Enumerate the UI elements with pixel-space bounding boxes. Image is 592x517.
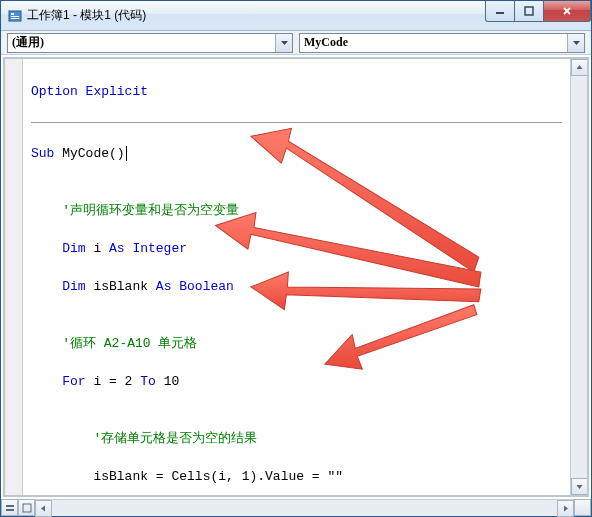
bottom-bar <box>1 499 591 516</box>
object-dropdown-text: (通用) <box>8 34 48 51</box>
margin-strip <box>5 59 23 495</box>
scroll-left-button[interactable] <box>35 500 52 517</box>
chevron-down-icon <box>275 34 292 52</box>
chevron-down-icon <box>567 34 584 52</box>
view-buttons <box>1 499 35 516</box>
svg-rect-7 <box>6 509 14 511</box>
vba-editor-window: 工作簿1 - 模块1 (代码) (通用) MyCode Option Expli… <box>0 0 592 517</box>
code-editor[interactable]: Option Explicit Sub MyCode() '声明循环变量和是否为… <box>23 59 570 495</box>
horizontal-scrollbar[interactable] <box>35 499 574 516</box>
svg-rect-3 <box>11 18 19 19</box>
code-text: MyCode() <box>54 146 124 161</box>
window-controls <box>486 1 591 22</box>
app-icon <box>7 8 23 24</box>
code-text: isBlank <box>86 279 156 294</box>
full-module-view-button[interactable] <box>18 499 35 516</box>
maximize-button[interactable] <box>514 1 544 22</box>
procedure-dropdown[interactable]: MyCode <box>299 33 585 53</box>
code-text: Option Explicit <box>31 84 148 99</box>
window-title: 工作簿1 - 模块1 (代码) <box>27 7 486 24</box>
code-text: As Integer <box>109 241 187 256</box>
close-button[interactable] <box>543 1 591 22</box>
procedure-dropdown-text: MyCode <box>300 35 352 50</box>
vertical-scrollbar[interactable] <box>570 59 587 495</box>
procedure-view-button[interactable] <box>1 499 18 516</box>
code-text: Sub <box>31 146 54 161</box>
titlebar[interactable]: 工作簿1 - 模块1 (代码) <box>1 1 591 31</box>
scroll-track[interactable] <box>571 76 587 478</box>
code-text: i = 2 <box>86 374 141 389</box>
code-text: For <box>31 374 86 389</box>
code-text: To <box>140 374 156 389</box>
scrollbar-corner <box>574 499 591 516</box>
dropdown-row: (通用) MyCode <box>1 31 591 55</box>
code-text: Dim <box>31 279 86 294</box>
svg-rect-1 <box>11 13 14 15</box>
svg-rect-2 <box>11 16 19 17</box>
code-text: 10 <box>156 374 179 389</box>
code-comment: '声明循环变量和是否为空变量 <box>31 201 562 220</box>
text-cursor <box>126 146 127 161</box>
scroll-right-button[interactable] <box>557 500 574 517</box>
code-text: i <box>86 241 109 256</box>
object-dropdown[interactable]: (通用) <box>7 33 293 53</box>
code-text: As Boolean <box>156 279 234 294</box>
code-comment: '存储单元格是否为空的结果 <box>31 429 562 448</box>
scroll-track[interactable] <box>52 500 557 516</box>
scroll-down-button[interactable] <box>571 478 588 495</box>
separator-line <box>31 122 562 123</box>
minimize-button[interactable] <box>485 1 515 22</box>
scroll-up-button[interactable] <box>571 59 588 76</box>
svg-rect-4 <box>496 12 504 14</box>
svg-rect-6 <box>6 505 14 507</box>
code-pane: Option Explicit Sub MyCode() '声明循环变量和是否为… <box>3 57 589 497</box>
svg-rect-5 <box>525 7 533 15</box>
code-text: Dim <box>31 241 86 256</box>
code-comment: '循环 A2-A10 单元格 <box>31 334 562 353</box>
svg-rect-8 <box>23 504 31 512</box>
code-text: isBlank = Cells(i, 1).Value = "" <box>31 467 562 486</box>
